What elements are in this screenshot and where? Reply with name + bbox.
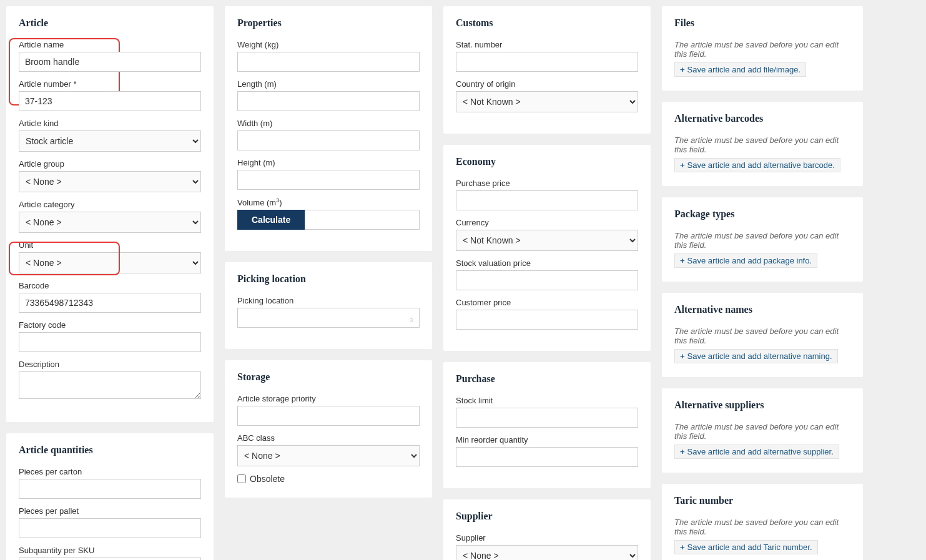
taric-title: Taric number <box>674 495 850 506</box>
pallet-input[interactable] <box>19 518 201 538</box>
alt-barcodes-card: Alternative barcodes The article must be… <box>662 102 863 186</box>
quantities-card: Article quantities Pieces per carton Pie… <box>6 433 214 560</box>
plus-icon: + <box>680 256 685 265</box>
add-package-button[interactable]: +Save article and add package info. <box>674 253 817 268</box>
add-taric-button[interactable]: +Save article and add Taric number. <box>674 540 818 554</box>
weight-label: Weight (kg) <box>237 40 420 49</box>
search-icon: ⌕ <box>409 315 413 323</box>
alt-suppliers-title: Alternative suppliers <box>674 400 850 411</box>
width-label: Width (m) <box>237 119 420 128</box>
purchase-card: Purchase Stock limit Min reorder quantit… <box>443 362 651 488</box>
alt-names-note: The article must be saved before you can… <box>674 327 850 345</box>
reorder-label: Min reorder quantity <box>456 435 638 445</box>
add-alt-name-button[interactable]: +Save article and add alternative naming… <box>674 349 838 363</box>
taric-note: The article must be saved before you can… <box>674 518 850 536</box>
pallet-label: Pieces per pallet <box>19 506 201 516</box>
plus-icon: + <box>680 543 685 552</box>
article-group-label: Article group <box>19 159 201 169</box>
valuation-input[interactable] <box>456 270 638 290</box>
picking-card: Picking location Picking location ⌕ <box>225 262 432 349</box>
article-category-select[interactable]: < None > <box>19 212 201 233</box>
calculate-button[interactable]: Calculate <box>237 210 305 230</box>
article-name-input[interactable] <box>19 52 201 72</box>
height-label: Height (m) <box>237 158 420 167</box>
sub-label: Subquantity per SKU <box>19 546 201 555</box>
files-note: The article must be saved before you can… <box>674 40 850 59</box>
height-input[interactable] <box>237 170 420 190</box>
stock-limit-input[interactable] <box>456 408 638 428</box>
article-category-label: Article category <box>19 200 201 209</box>
description-input[interactable] <box>19 371 201 399</box>
purchase-price-label: Purchase price <box>456 179 638 188</box>
article-kind-select[interactable]: Stock article <box>19 130 201 152</box>
reorder-input[interactable] <box>456 447 638 467</box>
picking-location-input[interactable] <box>237 308 420 328</box>
customer-price-label: Customer price <box>456 298 638 307</box>
abc-select[interactable]: < None > <box>237 445 420 466</box>
factory-code-input[interactable] <box>19 332 201 352</box>
valuation-label: Stock valuation price <box>456 258 638 268</box>
economy-title: Economy <box>456 156 638 167</box>
article-group-select[interactable]: < None > <box>19 171 201 192</box>
supplier-title: Supplier <box>456 511 638 522</box>
supplier-select[interactable]: < None > <box>456 545 638 560</box>
add-alt-supplier-button[interactable]: +Save article and add alternative suppli… <box>674 445 839 459</box>
barcode-label: Barcode <box>19 281 201 290</box>
package-types-title: Package types <box>674 209 850 220</box>
article-number-input[interactable] <box>19 91 201 111</box>
plus-icon: + <box>680 447 685 456</box>
customs-title: Customs <box>456 17 638 29</box>
alt-barcodes-title: Alternative barcodes <box>674 113 850 124</box>
plus-icon: + <box>680 65 685 74</box>
customer-price-input[interactable] <box>456 310 638 330</box>
alt-names-card: Alternative names The article must be sa… <box>662 293 863 377</box>
stat-input[interactable] <box>456 52 638 72</box>
properties-card: Properties Weight (kg) Length (m) Width … <box>225 6 432 251</box>
volume-input[interactable] <box>305 210 420 230</box>
description-label: Description <box>19 360 201 369</box>
alt-suppliers-note: The article must be saved before you can… <box>674 422 850 441</box>
origin-select[interactable]: < Not Known > <box>456 91 638 112</box>
picking-location-label: Picking location <box>237 296 420 305</box>
article-title: Article <box>19 17 201 29</box>
origin-label: Country of origin <box>456 79 638 89</box>
currency-label: Currency <box>456 218 638 227</box>
currency-select[interactable]: < Not Known > <box>456 230 638 251</box>
purchase-price-input[interactable] <box>456 190 638 210</box>
barcode-input[interactable] <box>19 293 201 313</box>
storage-title: Storage <box>237 371 420 383</box>
stock-limit-label: Stock limit <box>456 396 638 405</box>
plus-icon: + <box>680 160 685 170</box>
storage-card: Storage Article storage priority ABC cla… <box>225 360 432 498</box>
sub-input[interactable] <box>19 558 201 560</box>
length-input[interactable] <box>237 91 420 111</box>
add-alt-barcode-button[interactable]: +Save article and add alternative barcod… <box>674 158 840 172</box>
package-types-card: Package types The article must be saved … <box>662 197 863 282</box>
width-input[interactable] <box>237 130 420 150</box>
alt-names-title: Alternative names <box>674 304 850 315</box>
weight-input[interactable] <box>237 52 420 72</box>
storage-priority-label: Article storage priority <box>237 394 420 403</box>
unit-select[interactable]: < None > <box>19 252 201 273</box>
carton-input[interactable] <box>19 479 201 499</box>
picking-title: Picking location <box>237 273 420 285</box>
package-types-note: The article must be saved before you can… <box>674 231 850 250</box>
unit-label: Unit <box>19 240 201 250</box>
files-card: Files The article must be saved before y… <box>662 6 863 91</box>
alt-suppliers-card: Alternative suppliers The article must b… <box>662 388 863 473</box>
length-label: Length (m) <box>237 79 420 89</box>
taric-card: Taric number The article must be saved b… <box>662 484 863 560</box>
storage-priority-input[interactable] <box>237 406 420 426</box>
abc-label: ABC class <box>237 433 420 443</box>
economy-card: Economy Purchase price Currency < Not Kn… <box>443 145 651 351</box>
add-file-button[interactable]: +Save article and add file/image. <box>674 62 806 77</box>
volume-label: Volume (m3) <box>237 197 420 207</box>
supplier-card: Supplier Supplier < None > Supplier arti… <box>443 499 651 560</box>
plus-icon: + <box>680 351 685 361</box>
alt-barcodes-note: The article must be saved before you can… <box>674 135 850 154</box>
obsolete-checkbox[interactable] <box>237 474 246 483</box>
article-kind-label: Article kind <box>19 119 201 128</box>
carton-label: Pieces per carton <box>19 467 201 476</box>
quantities-title: Article quantities <box>19 445 201 456</box>
article-card: Article Article name Article number * Ar… <box>6 6 214 422</box>
